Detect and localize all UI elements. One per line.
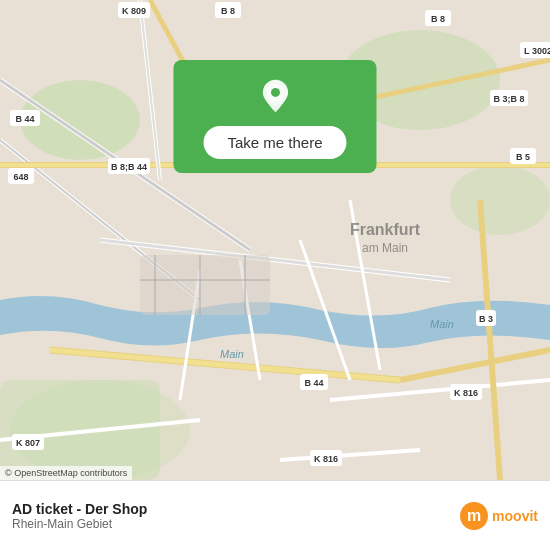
moovit-logo: m moovit [460, 502, 538, 530]
svg-point-3 [450, 165, 550, 235]
svg-text:L 3002: L 3002 [524, 46, 550, 56]
svg-rect-29 [140, 255, 270, 315]
svg-text:Main: Main [430, 318, 454, 330]
svg-text:B 8: B 8 [221, 6, 235, 16]
svg-text:B 3: B 3 [479, 314, 493, 324]
svg-text:B 8;B 44: B 8;B 44 [111, 162, 147, 172]
svg-text:B 8: B 8 [431, 14, 445, 24]
take-me-there-button[interactable]: Take me there [203, 126, 346, 159]
svg-text:K 816: K 816 [454, 388, 478, 398]
location-pin-icon [257, 78, 293, 114]
svg-text:Frankfurt: Frankfurt [350, 221, 421, 238]
place-subtitle: Rhein-Main Gebiet [12, 517, 460, 531]
moovit-text: moovit [492, 508, 538, 524]
info-bar: AD ticket - Der Shop Rhein-Main Gebiet m… [0, 480, 550, 550]
svg-text:B 44: B 44 [304, 378, 323, 388]
map-container: K 809 B 8 B 8 L 3002 B 8;B 44 B 5 B 44 6… [0, 0, 550, 480]
green-card: Take me there [173, 60, 376, 173]
svg-text:K 809: K 809 [122, 6, 146, 16]
svg-text:am Main: am Main [362, 241, 408, 255]
info-text: AD ticket - Der Shop Rhein-Main Gebiet [12, 501, 460, 531]
svg-text:B 3;B 8: B 3;B 8 [493, 94, 524, 104]
svg-text:Main: Main [220, 348, 244, 360]
svg-text:K 816: K 816 [314, 454, 338, 464]
moovit-icon: m [460, 502, 488, 530]
svg-text:B 44: B 44 [15, 114, 34, 124]
svg-text:B 5: B 5 [516, 152, 530, 162]
take-me-there-overlay: Take me there [173, 60, 376, 173]
map-attribution: © OpenStreetMap contributors [0, 466, 132, 480]
place-title: AD ticket - Der Shop [12, 501, 460, 517]
svg-text:K 807: K 807 [16, 438, 40, 448]
svg-text:648: 648 [13, 172, 28, 182]
svg-point-69 [270, 88, 279, 97]
